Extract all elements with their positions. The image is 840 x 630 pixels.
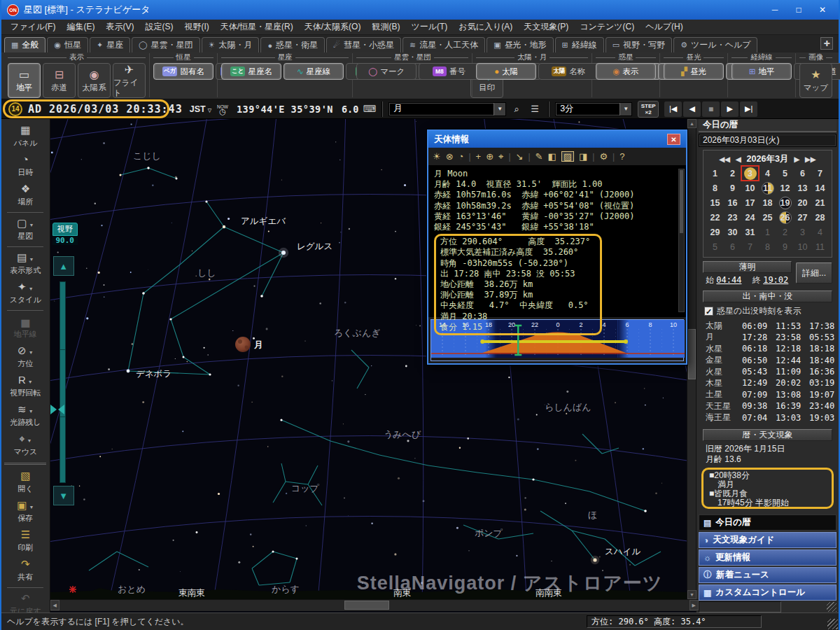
tab-星座[interactable]: ✦星座 <box>90 37 130 52</box>
sidebar-item-印刷[interactable]: ☰印刷 <box>3 526 48 556</box>
zoom-out-button[interactable]: ▼ <box>53 486 74 505</box>
window-resize-grip[interactable] <box>827 619 838 629</box>
menu-item[interactable]: 設定(S) <box>140 20 178 34</box>
tab-彗星・小惑星[interactable]: ☄彗星・小惑星 <box>326 37 401 52</box>
calendar-day-6[interactable]: 6 <box>724 239 741 254</box>
calendar-day-31[interactable]: 31 <box>741 225 759 239</box>
chevron-down-icon[interactable]: ▼ <box>493 103 505 115</box>
toolbar-button-地平[interactable]: ⊞地平 <box>732 63 792 80</box>
calendar-day-10[interactable]: 10 <box>794 239 811 254</box>
menu-item[interactable]: ヘルプ(H) <box>640 20 688 34</box>
calendar-day-21[interactable]: 21 <box>811 195 829 210</box>
tab-流星・人工天体[interactable]: ≋流星・人工天体 <box>402 37 485 52</box>
tab-ツール・ヘルプ[interactable]: ⚙ツール・ヘルプ <box>673 37 757 52</box>
sidebar-item-開く[interactable]: ▧開く <box>3 468 48 497</box>
calendar-day-17[interactable]: 17 <box>741 195 759 210</box>
sidebar-item-表示形式[interactable]: ▤▼表示形式 <box>3 249 48 279</box>
dialog-scrollbar[interactable] <box>678 169 685 312</box>
dialog-close-button[interactable]: ✕ <box>667 134 680 145</box>
tab-全般[interactable]: ▦全般 <box>4 37 46 52</box>
calendar-day-5[interactable]: 5 <box>776 166 794 181</box>
tab-星雲・星団[interactable]: ◯星雲・星団 <box>132 37 200 52</box>
calendar-day-18[interactable]: 18 <box>759 195 776 210</box>
now-clock-icon[interactable]: NOW◷ <box>217 105 228 113</box>
tab-太陽・月[interactable]: ☀太陽・月 <box>202 37 260 52</box>
crosshair-lock-icon[interactable]: ⊕ <box>486 152 493 161</box>
sidebar-item-星図[interactable]: ▢▼星図 <box>3 215 48 244</box>
calendar-day-1[interactable]: 1 <box>759 225 776 239</box>
calendar-day-9[interactable]: 9 <box>724 181 741 195</box>
menu-item[interactable]: 編集(E) <box>62 20 99 34</box>
play-forward-button[interactable]: ▶ <box>721 102 738 117</box>
chart-horizontal-scrollbar[interactable]: ◀ ▶ <box>50 599 699 611</box>
calendar-day-10[interactable]: 10 <box>741 181 759 195</box>
calendar-day-14[interactable]: 14 <box>811 181 829 195</box>
calendar-day-30[interactable]: 30 <box>724 225 741 239</box>
calendar-day-16[interactable]: 16 <box>724 195 741 210</box>
play-backward-button[interactable]: ◀ <box>683 102 701 117</box>
search-input[interactable]: 月 <box>389 103 493 115</box>
calendar-day-6[interactable]: 6 <box>794 166 811 181</box>
step-multiplier-button[interactable]: STEP×2 <box>638 101 659 118</box>
calendar-day-12[interactable]: 12 <box>776 181 794 195</box>
toolbar-button-表示[interactable]: ◉表示 <box>596 63 656 80</box>
toolbar-button-赤道[interactable]: ⊟赤道 <box>43 63 76 98</box>
sidebar-item-保存[interactable]: ▣▼保存 <box>3 497 48 526</box>
calendar-day-8[interactable]: 8 <box>759 239 776 254</box>
time-step-combo[interactable]: 3分 ▼ <box>555 102 632 116</box>
tab-昼光・地形[interactable]: ▣昼光・地形 <box>486 37 553 52</box>
calendar-day-4[interactable]: 4 <box>811 225 829 239</box>
calendar-day-13[interactable]: 13 <box>794 181 811 195</box>
sidebar-item-マウス[interactable]: ⌖▼マウス <box>3 430 48 460</box>
toolbar-button-太陽系[interactable]: ◉太陽系 <box>78 63 111 98</box>
calendar-day-2[interactable]: 2 <box>776 225 794 239</box>
calendar-day-15[interactable]: 15 <box>706 195 724 210</box>
crosshair-icon[interactable]: + <box>476 152 482 161</box>
tab-惑星・衛星[interactable]: ●惑星・衛星 <box>260 37 325 52</box>
timezone-selector[interactable]: JST▽ <box>190 104 211 114</box>
sidebar-item-視野回転[interactable]: R▼視野回転 <box>3 372 48 401</box>
accordion-item-新着ニュース[interactable]: ⓘ新着ニュース <box>699 567 836 583</box>
minimize-button[interactable]: ─ <box>764 3 785 17</box>
help-icon[interactable]: ? <box>620 152 624 161</box>
calendar-day-1[interactable]: 1 <box>706 166 724 181</box>
calendar-day-27[interactable]: 27 <box>794 210 811 225</box>
menu-item[interactable]: コンテンツ(C) <box>575 20 639 34</box>
calendar-day-5[interactable]: 5 <box>706 239 724 254</box>
list-icon[interactable]: ☰ <box>527 102 542 116</box>
menu-item[interactable]: お気に入り(A) <box>454 20 517 34</box>
limiting-magnitude[interactable]: 6.0 <box>342 104 358 115</box>
menu-item[interactable]: 表示(V) <box>101 20 139 34</box>
menu-item[interactable]: 視野(I) <box>179 20 214 34</box>
image-view-icon[interactable]: ▨ <box>561 151 574 162</box>
chevron-down-icon[interactable]: ▼ <box>620 103 631 115</box>
toolbar-button-マーク[interactable]: ◯マーク <box>356 63 416 80</box>
skip-end-button[interactable]: ▶| <box>740 102 757 117</box>
next-year-icon[interactable]: ▶▶ <box>805 155 816 163</box>
toolbar-button-マップ[interactable]: ★マップ <box>799 63 832 98</box>
objects-icon[interactable]: ◔ <box>458 152 464 161</box>
calendar-day-20[interactable]: 20 <box>794 195 811 210</box>
zoom-in-button[interactable]: ▲ <box>53 256 74 276</box>
keypad-icon[interactable]: ⌨ <box>363 104 376 114</box>
toolbar-button-名称[interactable]: 太陽名称 <box>538 63 598 80</box>
tab-視野・写野[interactable]: ▭視野・写野 <box>606 37 672 52</box>
time-step-value[interactable]: 3分 <box>556 103 620 115</box>
calendar-day-3[interactable]: 3 <box>741 166 759 181</box>
calendar-day-2[interactable]: 2 <box>724 166 741 181</box>
calendar-day-19[interactable]: 19 <box>776 195 794 210</box>
scroll-up-icon[interactable]: ▲ <box>687 119 696 128</box>
toolbar-button-太陽[interactable]: ●太陽 <box>476 63 536 80</box>
calendar-day-24[interactable]: 24 <box>741 210 759 225</box>
accordion-item-カスタムコントロール[interactable]: ▦カスタムコントロール <box>699 584 836 601</box>
scroll-left-icon[interactable]: ◀ <box>50 600 59 610</box>
skip-start-button[interactable]: |◀ <box>664 102 682 117</box>
calendar-day-23[interactable]: 23 <box>724 210 741 225</box>
gear-icon[interactable]: ⚙ <box>599 152 608 161</box>
accordion-item-今日の暦[interactable]: ▤今日の暦 <box>699 514 836 531</box>
tab-恒星[interactable]: ◉恒星 <box>47 37 88 52</box>
search-icon[interactable]: ⌕ <box>509 102 524 116</box>
menu-item[interactable]: 観測(B) <box>367 20 405 34</box>
prev-month-icon[interactable]: ◀ <box>736 155 741 163</box>
scroll-right-icon[interactable]: ▶ <box>690 600 699 610</box>
